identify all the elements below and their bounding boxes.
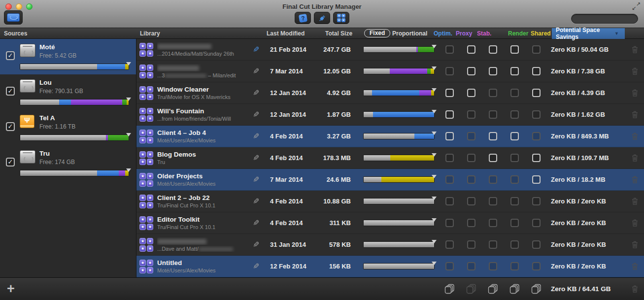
search-input[interactable]: [577, 16, 644, 22]
optim-checkbox[interactable]: [445, 219, 454, 227]
shared-checkbox[interactable]: [532, 197, 541, 205]
proxy-checkbox[interactable]: [467, 154, 475, 162]
source-checkbox[interactable]: [6, 51, 15, 60]
bar-marker-icon[interactable]: [432, 67, 437, 70]
search-field[interactable]: [571, 14, 638, 24]
library-row[interactable]: Editor ToolkitTru/Final Cut Pro X 10.14 …: [136, 212, 644, 234]
bar-marker-icon[interactable]: [432, 88, 437, 92]
rename-pencil-icon[interactable]: [248, 175, 264, 184]
proxy-checkbox[interactable]: [467, 197, 475, 205]
bar-marker-icon[interactable]: [432, 240, 437, 243]
stab-checkbox[interactable]: [489, 240, 497, 249]
batch-render-button[interactable]: [504, 284, 525, 294]
source-row[interactable]: Tel AFree: 1.16 TB: [0, 110, 136, 145]
bar-marker-icon[interactable]: [432, 262, 437, 265]
render-checkbox[interactable]: [510, 132, 519, 140]
shared-checkbox[interactable]: [532, 89, 541, 97]
proxy-checkbox[interactable]: [467, 67, 475, 75]
library-row[interactable]: ...2014/Media/Matt/Sunday 26th21 Feb 201…: [136, 39, 644, 61]
rename-pencil-icon[interactable]: [248, 110, 264, 119]
library-row[interactable]: Window CleanerTru/iMovie for OS X Maveri…: [136, 82, 644, 104]
rename-pencil-icon[interactable]: [248, 218, 264, 228]
source-row[interactable]: LouFree: 790.31 GB: [0, 74, 136, 110]
bar-marker-icon[interactable]: [432, 175, 437, 178]
optim-checkbox[interactable]: [445, 240, 454, 249]
library-row[interactable]: Will's Fountain...from Home/friends/Toni…: [136, 104, 644, 126]
shared-checkbox[interactable]: [532, 132, 541, 140]
proxy-checkbox[interactable]: [467, 110, 475, 119]
shared-checkbox[interactable]: [532, 110, 541, 119]
proxy-checkbox[interactable]: [467, 175, 475, 184]
shared-checkbox[interactable]: [532, 262, 541, 270]
optim-checkbox[interactable]: [445, 262, 454, 270]
proportional-toggle[interactable]: Proportional: [392, 30, 427, 37]
optim-checkbox[interactable]: [445, 132, 454, 140]
bar-marker-icon[interactable]: [432, 45, 437, 48]
render-checkbox[interactable]: [510, 154, 519, 162]
rename-pencil-icon[interactable]: [248, 45, 264, 54]
stab-checkbox[interactable]: [489, 175, 497, 184]
rename-pencil-icon[interactable]: [248, 67, 264, 76]
delete-library-button[interactable]: [626, 154, 644, 162]
stab-checkbox[interactable]: [489, 197, 497, 205]
library-row[interactable]: Client 4 – Job 4Moté/Users/Alex/Movies4 …: [136, 126, 644, 147]
fixed-toggle[interactable]: Fixed: [364, 29, 390, 37]
delete-library-button[interactable]: [626, 46, 644, 53]
delete-library-button[interactable]: [626, 219, 644, 227]
stab-checkbox[interactable]: [489, 262, 497, 270]
stab-checkbox[interactable]: [489, 89, 497, 97]
stab-checkbox[interactable]: [489, 45, 497, 54]
stab-checkbox[interactable]: [489, 110, 497, 119]
render-checkbox[interactable]: [510, 197, 519, 205]
optim-checkbox[interactable]: [445, 45, 454, 54]
optim-checkbox[interactable]: [445, 154, 454, 162]
render-checkbox[interactable]: [510, 45, 519, 54]
batch-shared-button[interactable]: [525, 284, 547, 294]
bar-marker-icon[interactable]: [126, 98, 131, 101]
bar-marker-icon[interactable]: [432, 132, 437, 135]
library-row[interactable]: Client 2 – Job 22Tru/Final Cut Pro X 10.…: [136, 191, 644, 212]
render-checkbox[interactable]: [510, 219, 519, 227]
bar-marker-icon[interactable]: [432, 197, 437, 200]
shared-checkbox[interactable]: [532, 240, 541, 249]
stab-checkbox[interactable]: [489, 132, 497, 140]
render-checkbox[interactable]: [510, 240, 519, 249]
bar-marker-icon[interactable]: [432, 218, 437, 222]
source-checkbox[interactable]: [6, 87, 15, 96]
proxy-checkbox[interactable]: [467, 45, 475, 54]
optim-checkbox[interactable]: [445, 175, 454, 184]
proxy-checkbox[interactable]: [467, 219, 475, 227]
bar-marker-icon[interactable]: [432, 110, 437, 113]
proxy-checkbox[interactable]: [467, 89, 475, 97]
library-row[interactable]: ...3 – Milan/edit7 Mar 201412.05 GBZero …: [136, 61, 644, 82]
shared-checkbox[interactable]: [532, 175, 541, 184]
optim-checkbox[interactable]: [445, 89, 454, 97]
source-row[interactable]: TruFree: 174 GB: [0, 145, 136, 181]
shared-checkbox[interactable]: [532, 67, 541, 75]
optim-checkbox[interactable]: [445, 67, 454, 75]
connect-button[interactable]: [314, 12, 330, 24]
savings-dropdown[interactable]: Potential Space Savings ▼: [552, 28, 625, 39]
proxy-checkbox[interactable]: [467, 240, 475, 249]
rename-pencil-icon[interactable]: [248, 88, 264, 98]
rename-pencil-icon[interactable]: [248, 262, 264, 271]
shared-checkbox[interactable]: [532, 45, 541, 54]
library-row[interactable]: UntitledMoté/Users/Alex/Movies12 Feb 201…: [136, 256, 644, 277]
delete-library-button[interactable]: [626, 263, 644, 270]
library-row[interactable]: Older ProjectsMoté/Users/Alex/Movies7 Ma…: [136, 169, 644, 191]
render-checkbox[interactable]: [510, 67, 519, 75]
delete-library-button[interactable]: [626, 198, 644, 205]
delete-library-button[interactable]: [626, 176, 644, 183]
batch-optim-button[interactable]: [439, 284, 460, 294]
bar-marker-icon[interactable]: [126, 168, 131, 172]
optim-checkbox[interactable]: [445, 197, 454, 205]
optim-checkbox[interactable]: [445, 110, 454, 119]
proxy-checkbox[interactable]: [467, 132, 475, 140]
proxy-checkbox[interactable]: [467, 262, 475, 270]
rename-pencil-icon[interactable]: [248, 153, 264, 163]
batch-stab-button[interactable]: [482, 284, 504, 294]
footer-trash-button[interactable]: [626, 285, 644, 293]
fullscreen-icon[interactable]: ↗↙: [632, 1, 641, 10]
bar-marker-icon[interactable]: [126, 133, 131, 136]
source-row[interactable]: MotéFree: 5.42 GB: [0, 39, 136, 74]
